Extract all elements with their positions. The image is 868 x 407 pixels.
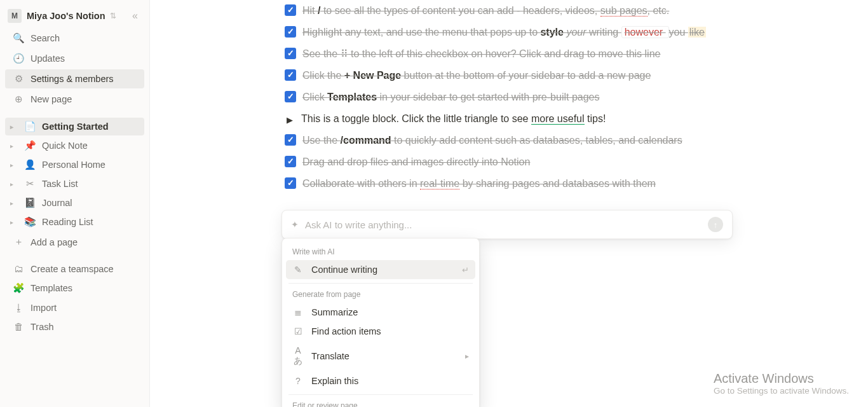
sidebar-page-label: Personal Home	[42, 160, 105, 170]
plus-icon: ＋	[13, 236, 24, 248]
text: style	[540, 27, 563, 38]
chevron-right-icon[interactable]: ▸	[10, 219, 18, 226]
sidebar-templates[interactable]: 🧩 Templates	[5, 279, 144, 298]
main-content: ✓ Hit / to see all the types of content …	[150, 0, 868, 407]
checkbox-checked-icon[interactable]: ✓	[285, 48, 296, 59]
sidebar-trash[interactable]: 🗑 Trash	[5, 317, 144, 336]
sidebar-page-journal[interactable]: ▸ 📓 Journal	[5, 194, 144, 212]
divider	[288, 283, 473, 284]
text: This is a toggle block. Click the little…	[301, 113, 531, 124]
toggle-triangle-icon[interactable]: ▶	[285, 114, 295, 127]
ai-input-bar[interactable]: ✦ ↑	[281, 210, 733, 239]
checkbox-checked-icon[interactable]: ✓	[285, 134, 296, 146]
ai-menu-summarize[interactable]: ≣ Summarize	[286, 303, 475, 322]
todo-block[interactable]: ✓ Drag and drop files and images directl…	[283, 151, 741, 173]
pin-icon: 📌	[24, 140, 36, 151]
drag-handle-icon: ⠿	[341, 48, 348, 59]
sidebar-label: Trash	[31, 322, 54, 332]
chevron-right-icon[interactable]: ▸	[10, 200, 18, 207]
sidebar-page-getting-started[interactable]: ▸ 📄 Getting Started	[5, 118, 144, 135]
checkbox-checked-icon[interactable]: ✓	[285, 91, 296, 102]
updown-icon: ⇅	[110, 11, 116, 20]
text: Click the	[302, 70, 344, 81]
sidebar-settings[interactable]: ⚙ Settings & members	[5, 69, 144, 88]
import-icon: ⭳	[13, 302, 24, 313]
activate-windows-watermark: Activate Windows Go to Settings to activ…	[714, 371, 849, 396]
ai-menu-translate[interactable]: Aあ Translate ▸	[286, 341, 475, 371]
text: sub pages	[600, 5, 648, 17]
watermark-title: Activate Windows	[714, 371, 849, 386]
text: Templates	[327, 92, 377, 102]
sidebar-label: Import	[31, 303, 57, 313]
sidebar-updates[interactable]: 🕘 Updates	[5, 49, 144, 68]
checkbox-checked-icon[interactable]: ✓	[285, 69, 296, 81]
search-icon: 🔍	[13, 32, 24, 44]
chevron-right-icon[interactable]: ▸	[10, 181, 18, 188]
text: to quickly add content such as databases…	[391, 135, 682, 146]
text: by sharing pages and databases with them	[459, 178, 656, 189]
sidebar-new-page[interactable]: ⊕ New page	[5, 90, 144, 109]
chevron-right-icon[interactable]: ▸	[10, 123, 18, 130]
sidebar-page-label: Journal	[42, 198, 72, 208]
text: Click	[302, 92, 327, 102]
sidebar-page-task-list[interactable]: ▸ ✂ Task List	[5, 175, 144, 193]
sidebar-page-personal-home[interactable]: ▸ 👤 Personal Home	[5, 156, 144, 174]
todo-block[interactable]: ✓ Use the /command to quickly add conten…	[283, 130, 741, 151]
ai-menu-label: Summarize	[311, 307, 358, 317]
text: Collaborate with others in	[302, 178, 420, 189]
watermark-subtitle: Go to Settings to activate Windows.	[714, 386, 849, 396]
question-icon: ?	[292, 376, 304, 386]
collapse-sidebar-icon[interactable]: «	[128, 9, 142, 23]
chevron-right-icon: ▸	[465, 352, 469, 361]
books-icon: 📚	[24, 216, 36, 228]
sidebar-search[interactable]: 🔍 Search	[5, 29, 144, 48]
checkbox-checked-icon[interactable]: ✓	[285, 26, 296, 38]
toggle-block[interactable]: ▶ This is a toggle block. Click the litt…	[283, 108, 741, 130]
ai-input[interactable]	[305, 219, 702, 230]
ai-menu-heading: Edit or review page	[286, 399, 475, 407]
ai-menu-label: Translate	[311, 351, 349, 361]
divider	[288, 394, 473, 395]
send-button[interactable]: ↑	[708, 217, 723, 232]
clock-icon: 🕘	[13, 53, 24, 64]
checkbox-checked-icon[interactable]: ✓	[285, 4, 296, 16]
sidebar-page-label: Reading List	[42, 217, 93, 227]
sidebar-label: Settings & members	[31, 74, 114, 84]
text: to see all the types of content you can …	[320, 5, 600, 16]
todo-block[interactable]: ✓ Click the + New Page button at the bot…	[283, 65, 741, 86]
text: more useful	[531, 113, 585, 125]
todo-block[interactable]: ✓ See the ⠿ to the left of this checkbox…	[283, 43, 741, 65]
list-icon: ☑	[292, 326, 304, 336]
sidebar-import[interactable]: ⭳ Import	[5, 298, 144, 317]
text: Hit	[302, 5, 318, 16]
sidebar-create-teamspace[interactable]: 🗂 Create a teamspace	[5, 259, 144, 278]
page-icon: 📄	[24, 121, 36, 132]
todo-block[interactable]: ✓ Highlight any text, and use the menu t…	[283, 22, 741, 43]
chevron-right-icon[interactable]: ▸	[10, 162, 18, 169]
ai-menu-find-action-items[interactable]: ☑ Find action items	[286, 322, 475, 341]
sidebar-page-reading-list[interactable]: ▸ 📚 Reading List	[5, 213, 144, 231]
todo-block[interactable]: ✓ Collaborate with others in real-time b…	[283, 173, 741, 195]
workspace-switcher[interactable]: M Miya Joo's Notion ⇅ «	[0, 6, 149, 28]
sidebar-label: New page	[31, 94, 72, 104]
sidebar-add-page[interactable]: ＋ Add a page	[5, 232, 144, 252]
sidebar-page-quick-note[interactable]: ▸ 📌 Quick Note	[5, 137, 144, 155]
text: your	[564, 27, 589, 38]
sidebar-label: Create a teamspace	[31, 264, 114, 274]
checkbox-checked-icon[interactable]: ✓	[285, 177, 296, 189]
workspace-badge: M	[8, 9, 22, 23]
chevron-right-icon[interactable]: ▸	[10, 142, 18, 149]
sidebar-label: Search	[31, 33, 60, 43]
translate-icon: Aあ	[292, 345, 304, 367]
text: to the left of this checkbox on hover? C…	[348, 48, 661, 59]
checkbox-checked-icon[interactable]: ✓	[285, 156, 296, 167]
ai-menu-explain-this[interactable]: ? Explain this	[286, 371, 475, 390]
scissors-icon: ✂	[24, 178, 36, 190]
todo-block[interactable]: ✓ Hit / to see all the types of content …	[283, 0, 741, 22]
text: + New Page	[344, 70, 401, 81]
text: in your sidebar to get started with pre-…	[377, 92, 599, 102]
todo-block[interactable]: ✓ Click Templates in your sidebar to get…	[283, 86, 741, 108]
text: tips!	[585, 113, 606, 124]
ai-menu-continue-writing[interactable]: ✎ Continue writing ↵	[286, 260, 475, 279]
ai-suggestions-menu: Write with AI ✎ Continue writing ↵ Gener…	[281, 238, 480, 407]
